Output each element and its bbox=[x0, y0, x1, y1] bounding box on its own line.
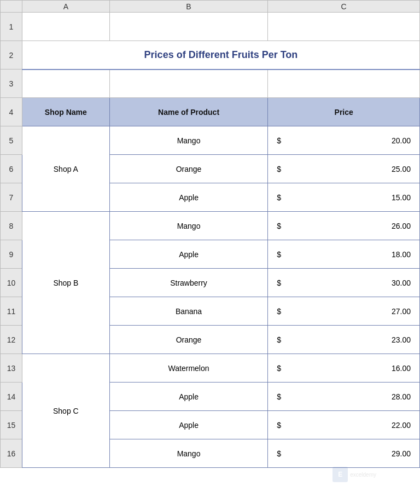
price-c-apple2[interactable]: $ 22.00 bbox=[268, 411, 420, 439]
price-c-mango[interactable]: $ 29.00 bbox=[268, 439, 420, 468]
price-value-6: 30.00 bbox=[392, 279, 411, 287]
price-value-7: 27.00 bbox=[392, 307, 411, 316]
price-b-mango[interactable]: $ 26.00 bbox=[268, 212, 420, 240]
currency-symbol-4: $ bbox=[277, 222, 281, 230]
row-header-15: 15 bbox=[1, 411, 22, 439]
cell-a1[interactable] bbox=[22, 13, 109, 41]
watermark: E exceldemy bbox=[332, 467, 376, 482]
row-header-3: 3 bbox=[1, 69, 22, 98]
currency-symbol-2: $ bbox=[277, 165, 281, 173]
row-header-13: 13 bbox=[1, 354, 22, 383]
product-a-mango[interactable]: Mango bbox=[109, 126, 268, 155]
row-header-14: 14 bbox=[1, 383, 22, 411]
corner-header bbox=[1, 1, 22, 13]
product-b-strawberry[interactable]: Strawberry bbox=[109, 269, 268, 297]
currency-symbol-9: $ bbox=[277, 364, 281, 373]
product-a-apple[interactable]: Apple bbox=[109, 183, 268, 212]
price-value-5: 18.00 bbox=[392, 250, 411, 259]
currency-symbol-12: $ bbox=[277, 449, 281, 458]
currency-symbol-5: $ bbox=[277, 250, 281, 259]
product-b-orange[interactable]: Orange bbox=[109, 326, 268, 354]
product-a-orange[interactable]: Orange bbox=[109, 155, 268, 183]
row-header-9: 9 bbox=[1, 240, 22, 269]
price-c-watermelon[interactable]: $ 16.00 bbox=[268, 354, 420, 383]
price-value-8: 23.00 bbox=[392, 335, 411, 344]
product-b-banana[interactable]: Banana bbox=[109, 297, 268, 326]
row-header-10: 10 bbox=[1, 269, 22, 297]
row-header-8: 8 bbox=[1, 212, 22, 240]
product-b-apple[interactable]: Apple bbox=[109, 240, 268, 269]
header-price: Price bbox=[268, 98, 420, 126]
watermark-text: exceldemy bbox=[350, 472, 376, 478]
price-a-mango[interactable]: $ 20.00 bbox=[268, 126, 420, 155]
currency-symbol-11: $ bbox=[277, 421, 281, 430]
col-header-c: C bbox=[268, 1, 420, 13]
col-header-a: A bbox=[22, 1, 109, 13]
price-value-10: 28.00 bbox=[392, 392, 411, 401]
price-value-4: 26.00 bbox=[392, 222, 411, 230]
currency-symbol-8: $ bbox=[277, 335, 281, 344]
row-header-12: 12 bbox=[1, 326, 22, 354]
price-b-orange[interactable]: $ 23.00 bbox=[268, 326, 420, 354]
price-b-apple[interactable]: $ 18.00 bbox=[268, 240, 420, 269]
currency-symbol-6: $ bbox=[277, 279, 281, 287]
cell-c3[interactable] bbox=[268, 69, 420, 98]
header-shop-name: Shop Name bbox=[22, 98, 109, 126]
price-a-orange[interactable]: $ 25.00 bbox=[268, 155, 420, 183]
price-value: 20.00 bbox=[392, 136, 411, 145]
main-spreadsheet-table: A B C 1 bbox=[0, 0, 420, 468]
price-value-9: 16.00 bbox=[392, 364, 411, 373]
row-header-4: 4 bbox=[1, 98, 22, 126]
row-header-16: 16 bbox=[1, 439, 22, 468]
shop-b-name: Shop B bbox=[22, 212, 109, 354]
header-product-name: Name of Product bbox=[109, 98, 268, 126]
currency-symbol: $ bbox=[277, 136, 281, 145]
price-c-apple1[interactable]: $ 28.00 bbox=[268, 383, 420, 411]
price-value-12: 29.00 bbox=[392, 449, 411, 458]
title-cell: Prices of Different Fruits Per Ton bbox=[22, 41, 419, 69]
price-b-strawberry[interactable]: $ 30.00 bbox=[268, 269, 420, 297]
col-header-b: B bbox=[109, 1, 268, 13]
row-header-5: 5 bbox=[1, 126, 22, 155]
row-header-7: 7 bbox=[1, 183, 22, 212]
price-b-banana[interactable]: $ 27.00 bbox=[268, 297, 420, 326]
spreadsheet-container: A B C 1 bbox=[0, 0, 420, 504]
spreadsheet-title: Prices of Different Fruits Per Ton bbox=[144, 49, 298, 60]
product-c-mango[interactable]: Mango bbox=[109, 439, 268, 468]
price-value-2: 25.00 bbox=[392, 165, 411, 173]
shop-a-name: Shop A bbox=[22, 126, 109, 212]
cell-c1[interactable] bbox=[268, 13, 420, 41]
price-a-apple[interactable]: $ 15.00 bbox=[268, 183, 420, 212]
currency-symbol-7: $ bbox=[277, 307, 281, 316]
watermark-icon: E bbox=[332, 467, 348, 482]
row-header-6: 6 bbox=[1, 155, 22, 183]
price-value-11: 22.00 bbox=[392, 421, 411, 430]
product-c-apple1[interactable]: Apple bbox=[109, 383, 268, 411]
row-header-1: 1 bbox=[1, 13, 22, 41]
cell-b1[interactable] bbox=[109, 13, 268, 41]
row-header-11: 11 bbox=[1, 297, 22, 326]
product-c-watermelon[interactable]: Watermelon bbox=[109, 354, 268, 383]
row-header-2: 2 bbox=[1, 41, 22, 69]
product-c-apple2[interactable]: Apple bbox=[109, 411, 268, 439]
currency-symbol-3: $ bbox=[277, 193, 281, 202]
price-value-3: 15.00 bbox=[392, 193, 411, 202]
currency-symbol-10: $ bbox=[277, 392, 281, 401]
cell-a3[interactable] bbox=[22, 69, 109, 98]
cell-b3[interactable] bbox=[109, 69, 268, 98]
product-b-mango[interactable]: Mango bbox=[109, 212, 268, 240]
shop-c-name: Shop C bbox=[22, 354, 109, 468]
